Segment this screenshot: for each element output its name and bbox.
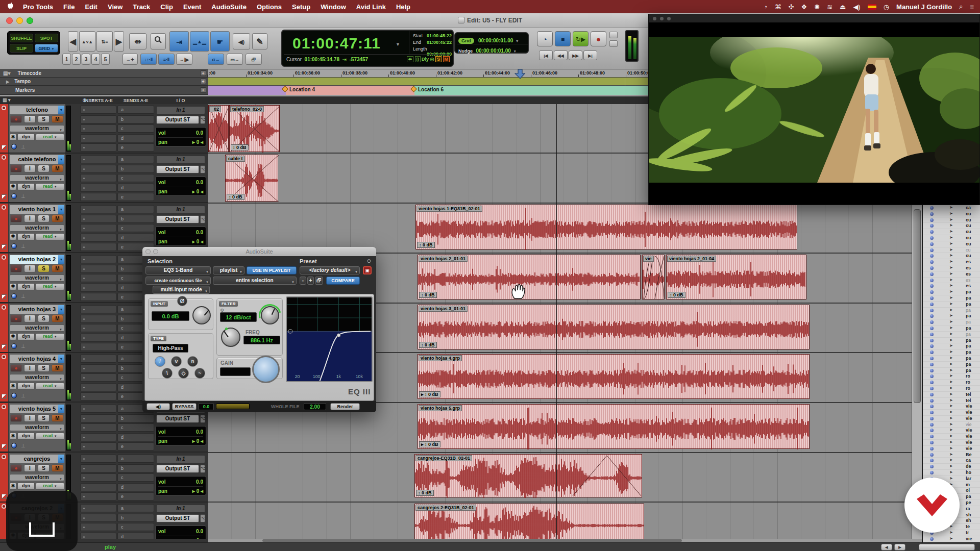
add-ruler-icon[interactable]: + bbox=[200, 70, 206, 76]
menu-item-setup[interactable]: Setup bbox=[287, 3, 315, 11]
track-list-item[interactable]: ➤ pa bbox=[923, 332, 980, 338]
filter-shape-button-2[interactable]: n bbox=[187, 356, 198, 367]
track-list-item[interactable]: ➤ tel bbox=[923, 392, 980, 398]
insert-slot[interactable] bbox=[80, 205, 116, 213]
scrubber-tool-button[interactable]: ◀) bbox=[233, 33, 250, 49]
insert-slot[interactable] bbox=[80, 473, 116, 482]
zoom-preset-1[interactable]: 1 bbox=[62, 54, 71, 65]
track-name[interactable]: telefono▼ bbox=[10, 106, 64, 114]
track-view-dropdown[interactable]: waveform▼ bbox=[10, 424, 64, 431]
track-list-item[interactable]: ➤ cu bbox=[923, 241, 980, 247]
record-enable-button[interactable]: ● bbox=[10, 165, 22, 172]
track-list-item[interactable]: ➤ pa bbox=[923, 338, 980, 344]
track-list-item[interactable]: ➤ de bbox=[923, 464, 980, 470]
voice-indicator-icon[interactable] bbox=[11, 193, 17, 199]
record-enable-button[interactable]: ● bbox=[10, 464, 22, 472]
clip-gain-badge[interactable]: ▸ ↕ 0 dB bbox=[419, 391, 440, 397]
output-path-selector[interactable]: Output ST bbox=[156, 514, 199, 522]
insert-slot[interactable] bbox=[80, 305, 116, 313]
voice-indicator-icon[interactable] bbox=[11, 144, 17, 149]
track-show-icon[interactable] bbox=[930, 314, 934, 318]
input-monitor-button[interactable]: I bbox=[24, 265, 36, 272]
send-slot[interactable]: b bbox=[117, 115, 154, 123]
render-volume-display[interactable]: 2.00 bbox=[304, 403, 326, 410]
track-list-item[interactable]: ➤ es bbox=[923, 278, 980, 284]
slip-mode-button[interactable]: SLIP bbox=[10, 44, 33, 53]
track-menu-icon[interactable]: ▼ bbox=[58, 205, 64, 214]
spot-mode-button[interactable]: SPOT bbox=[35, 34, 58, 42]
eject-icon[interactable]: ⏏ bbox=[840, 3, 846, 11]
send-slot[interactable]: d bbox=[117, 184, 154, 192]
solo-button[interactable]: S bbox=[38, 215, 50, 222]
volume-pan-display[interactable]: vol0.0 pan▸ 0 ◂ bbox=[155, 476, 206, 495]
insertion-follows-playback-button[interactable]: →|▶ bbox=[176, 54, 192, 65]
voice-indicator-icon[interactable] bbox=[11, 343, 17, 349]
solo-button[interactable]: S bbox=[38, 364, 50, 372]
screen-widget[interactable] bbox=[6, 491, 78, 551]
grabber-tool-button[interactable]: ☛ bbox=[210, 31, 230, 52]
global-mute-badge[interactable]: M bbox=[443, 56, 450, 62]
track-show-icon[interactable] bbox=[930, 465, 934, 468]
send-slot[interactable]: c bbox=[117, 473, 154, 482]
record-enable-button[interactable]: ● bbox=[10, 215, 22, 222]
mute-button[interactable]: M bbox=[52, 414, 63, 422]
send-slot[interactable]: d bbox=[117, 533, 154, 539]
track-view-dropdown[interactable]: waveform▼ bbox=[10, 324, 64, 332]
track-menu-icon[interactable]: ▼ bbox=[58, 455, 64, 463]
track-show-icon[interactable] bbox=[930, 339, 934, 342]
freq-display[interactable]: 886.1 Hz bbox=[243, 336, 280, 344]
record-enable-button[interactable]: ● bbox=[10, 315, 22, 322]
track-menu-icon[interactable]: ▼ bbox=[58, 255, 64, 264]
counter-dropdown-icon[interactable]: ▼ bbox=[396, 42, 400, 47]
track-show-icon[interactable] bbox=[930, 290, 934, 294]
dyn-dropdown[interactable]: dyn bbox=[17, 483, 35, 490]
track-list-item[interactable]: ➤ vie bbox=[923, 422, 980, 428]
plugin-selector-dropdown[interactable]: EQ3 1-Band▼ bbox=[145, 266, 211, 274]
track-list-item[interactable]: ➤ ro bbox=[923, 373, 980, 380]
file-mode-dropdown[interactable]: create continuous file▼ bbox=[145, 277, 211, 285]
solo-button[interactable]: S bbox=[38, 165, 50, 172]
slope-display[interactable]: 12 dB/oct bbox=[220, 312, 257, 322]
video-window[interactable] bbox=[648, 14, 980, 205]
menu-item-view[interactable]: View bbox=[103, 3, 128, 11]
track-name[interactable]: cangrejos▼ bbox=[10, 455, 64, 463]
video-window-title-bar[interactable] bbox=[649, 14, 979, 22]
track-list-item[interactable]: ➤ pa bbox=[923, 313, 980, 319]
track-list-item[interactable]: ➤ cu bbox=[923, 247, 980, 254]
selection-reference-dropdown[interactable]: entire selection▼ bbox=[213, 277, 297, 285]
send-slot[interactable]: c bbox=[117, 124, 154, 133]
audio-clip[interactable]: viento hojas 1-EQ31B_02-01↕ 0 dB bbox=[415, 205, 797, 249]
elastic-audio-button[interactable]: ✱ bbox=[10, 233, 16, 240]
audio-clip[interactable]: telefono_02-0↕ 0 dB bbox=[229, 105, 280, 152]
track-view-dropdown[interactable]: waveform▼ bbox=[10, 125, 64, 132]
insert-slot[interactable] bbox=[80, 492, 116, 500]
track-show-icon[interactable] bbox=[930, 537, 934, 541]
flag-spain-icon[interactable] bbox=[868, 4, 876, 10]
track-show-icon[interactable] bbox=[930, 435, 934, 438]
layered-editing-button[interactable]: 🗗 bbox=[246, 54, 262, 65]
go-to-end-button[interactable]: ▶| bbox=[583, 51, 597, 60]
track-list-item[interactable]: ➤ vie bbox=[923, 428, 980, 434]
send-slot[interactable]: c bbox=[117, 174, 154, 182]
send-slot[interactable]: c bbox=[117, 224, 154, 232]
insert-slot[interactable] bbox=[80, 293, 116, 301]
send-slot[interactable]: b bbox=[117, 165, 154, 173]
preview-button[interactable]: ◀) bbox=[146, 403, 170, 410]
track-show-icon[interactable] bbox=[930, 242, 934, 246]
track-show-icon[interactable] bbox=[930, 260, 934, 264]
preset-menu-icon[interactable]: ⊖ bbox=[367, 258, 371, 264]
track-list-item[interactable]: ➤ cu bbox=[923, 235, 980, 241]
track-list-item[interactable]: ➤ ro bbox=[923, 386, 980, 392]
zoom-out-arrow-button[interactable]: ◀ bbox=[68, 31, 78, 52]
track-menu-icon[interactable]: ▼ bbox=[58, 106, 64, 114]
mute-button[interactable]: M bbox=[52, 115, 63, 123]
track-list-item[interactable]: ➤ pa bbox=[923, 349, 980, 356]
track-show-icon[interactable] bbox=[930, 459, 934, 462]
track-show-icon[interactable] bbox=[930, 393, 934, 396]
insert-slot[interactable] bbox=[80, 174, 116, 182]
clip-gain-badge[interactable]: ↕ 0 dB bbox=[231, 144, 249, 151]
track-name[interactable]: viento hojas 5▼ bbox=[10, 405, 64, 413]
volume-icon[interactable]: ◀) bbox=[853, 3, 860, 11]
filter-shape-button-4[interactable]: ◇ bbox=[178, 368, 189, 379]
track-show-icon[interactable] bbox=[930, 272, 934, 276]
